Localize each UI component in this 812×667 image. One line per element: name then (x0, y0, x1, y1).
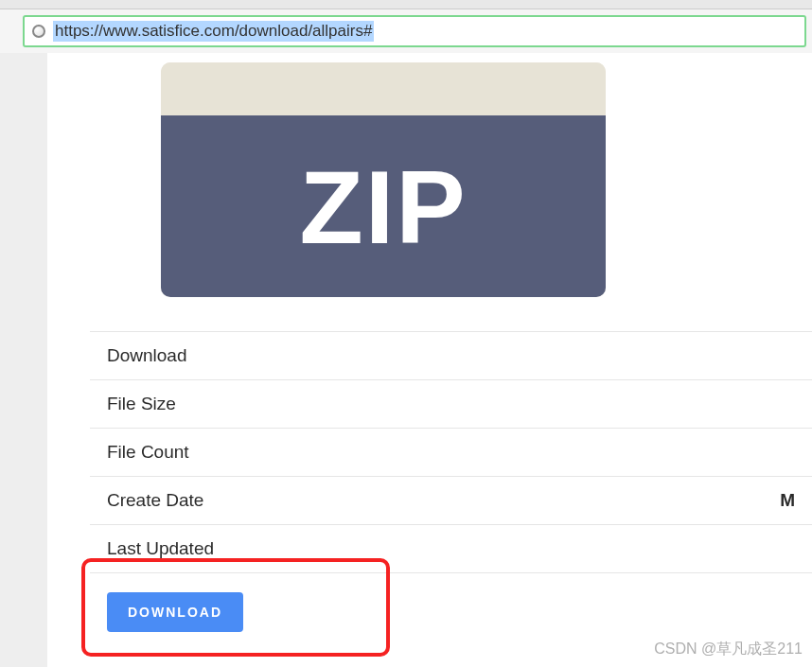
content-column: ZIP Download File Size File Count Create… (47, 53, 812, 667)
row-file-count: File Count (90, 429, 812, 477)
download-button[interactable]: DOWNLOAD (107, 592, 243, 632)
zip-label: ZIP (299, 147, 467, 267)
file-info-table: Download File Size File Count Create Dat… (90, 331, 812, 651)
page-area: ZIP Download File Size File Count Create… (0, 53, 812, 667)
url-text[interactable]: https://www.satisfice.com/download/allpa… (53, 21, 374, 42)
address-bar[interactable]: https://www.satisfice.com/download/allpa… (23, 15, 806, 47)
label-file-count: File Count (107, 442, 189, 463)
row-download-button: DOWNLOAD (90, 573, 812, 651)
left-gutter (0, 53, 47, 667)
zip-file-icon: ZIP (161, 62, 606, 297)
value-create-date: M (780, 490, 795, 511)
site-info-icon[interactable] (32, 25, 45, 38)
row-create-date: Create Date M (90, 477, 812, 525)
label-download: Download (107, 345, 187, 366)
row-download: Download (90, 332, 812, 380)
label-file-size: File Size (107, 394, 176, 414)
row-file-size: File Size (90, 380, 812, 429)
browser-tab-bar (0, 0, 812, 9)
row-last-updated: Last Updated (90, 525, 812, 573)
label-create-date: Create Date (107, 490, 203, 511)
zip-icon-bottom: ZIP (161, 115, 606, 297)
zip-icon-top (161, 62, 606, 115)
label-last-updated: Last Updated (107, 538, 214, 559)
